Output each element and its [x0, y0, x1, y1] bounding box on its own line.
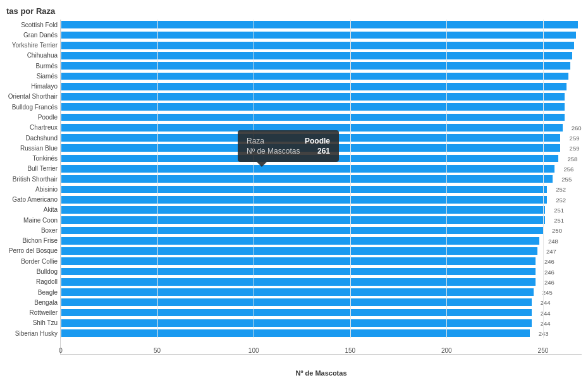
bar-label: Chihuahua — [2, 52, 58, 59]
bar-label: Maine Coon — [2, 217, 58, 224]
bar-label: Bulldog Francés — [2, 104, 58, 111]
bar-row[interactable]: Abisinio252 — [61, 184, 582, 194]
bar[interactable] — [61, 83, 567, 90]
bar-row[interactable]: Boxer250 — [61, 225, 582, 235]
bar-value-label: 251 — [554, 217, 564, 224]
bar-row[interactable]: Siamés — [61, 71, 582, 81]
bar-label: Boxer — [2, 227, 58, 234]
bar[interactable]: 244 — [61, 309, 532, 317]
bar-row[interactable]: Russian Blue259 — [61, 143, 582, 153]
bar[interactable] — [61, 32, 576, 39]
bar[interactable]: 248 — [61, 237, 539, 245]
bar-row[interactable]: Gran Danés — [61, 30, 582, 40]
bar[interactable]: 246 — [61, 257, 536, 265]
bar[interactable] — [61, 73, 568, 80]
bar-value-label: 244 — [541, 319, 551, 326]
bar[interactable]: 251 — [61, 216, 545, 224]
bar-label: Russian Blue — [2, 145, 58, 152]
bar-label: Dachshund — [2, 135, 58, 142]
bar[interactable]: 252 — [61, 196, 547, 204]
bar-row[interactable]: Border Collie246 — [61, 256, 582, 266]
x-tick: 200 — [441, 347, 452, 354]
bar[interactable]: 250 — [61, 227, 543, 235]
bar-label: Border Collie — [2, 258, 58, 265]
bar[interactable] — [61, 52, 572, 59]
bar-row[interactable]: Gato Americano252 — [61, 195, 582, 205]
bar[interactable]: 259 — [61, 144, 560, 152]
bar-row[interactable]: Bull Terrier256 — [61, 164, 582, 174]
bar-value-label: 250 — [552, 227, 562, 234]
bar-label: Himalayo — [2, 83, 58, 90]
bar-value-label: 259 — [570, 145, 580, 152]
bar-row[interactable]: Burmés — [61, 61, 582, 71]
bar-row[interactable]: Chihuahua — [61, 51, 582, 61]
bar-label: Oriental Shorthair — [2, 93, 58, 100]
gridline — [254, 20, 254, 338]
bar-value-label: 255 — [561, 176, 572, 183]
bar-row[interactable]: Maine Coon251 — [61, 215, 582, 225]
bar[interactable]: 251 — [61, 206, 545, 214]
bar[interactable]: 259 — [61, 134, 560, 142]
bar-row[interactable]: Chartreux260 — [61, 123, 582, 133]
bar-value-label: 247 — [546, 247, 556, 254]
bar-row[interactable]: Bichon Frise248 — [61, 236, 582, 246]
bar-row[interactable]: Akita251 — [61, 205, 582, 215]
bar-row[interactable]: Yorkshire Terrier — [61, 40, 582, 51]
bar-row[interactable]: Siberian Husky243 — [61, 328, 582, 338]
gridline — [350, 20, 351, 338]
bar-row[interactable]: Perro del Bosque247 — [61, 246, 582, 256]
bar-value-label: 244 — [541, 299, 551, 306]
bar-row[interactable]: Tonkinés258 — [61, 153, 582, 163]
bar-row[interactable]: Bulldog Francés — [61, 102, 582, 112]
bar-row[interactable]: Bengala244 — [61, 297, 582, 307]
bar-value-label: 251 — [554, 206, 564, 213]
bar-label: Rottweiler — [2, 309, 58, 316]
bar-label: Yorkshire Terrier — [2, 42, 58, 49]
bar[interactable]: 246 — [61, 268, 536, 276]
bar-label: Shih Tzu — [2, 319, 58, 326]
bar[interactable] — [61, 21, 578, 28]
x-tick: 50 — [154, 347, 161, 354]
gridline — [157, 20, 158, 338]
bar-row[interactable]: Rottweiler244 — [61, 307, 582, 317]
bar-label: Burmés — [2, 63, 58, 70]
bar-row[interactable]: Himalayo — [61, 82, 582, 92]
bar[interactable] — [61, 62, 570, 70]
bar[interactable]: 243 — [61, 329, 530, 337]
bar-row[interactable]: Poodle — [61, 112, 582, 122]
bar-row[interactable]: Dachshund259 — [61, 133, 582, 143]
bar-row[interactable]: British Shorthair255 — [61, 174, 582, 184]
gridline — [446, 20, 447, 338]
bar-row[interactable]: Shih Tzu244 — [61, 318, 582, 328]
bar-label: Siberian Husky — [2, 330, 58, 337]
bar[interactable] — [61, 114, 565, 121]
bar[interactable]: 256 — [61, 165, 554, 173]
bar[interactable]: 244 — [61, 319, 532, 327]
x-axis: 050100150200250 — [61, 338, 582, 354]
bar[interactable]: 244 — [61, 298, 532, 306]
bar-row[interactable]: Ragdoll246 — [61, 277, 582, 287]
bar-row[interactable]: Oriental Shorthair — [61, 92, 582, 102]
bar[interactable]: 247 — [61, 247, 537, 255]
bar-label: Perro del Bosque — [2, 247, 58, 254]
bar[interactable]: 258 — [61, 155, 558, 162]
bar-label: Bichon Frise — [2, 237, 58, 244]
x-tick: 100 — [248, 347, 259, 354]
bar[interactable]: 255 — [61, 175, 553, 183]
bar[interactable]: 260 — [61, 124, 563, 132]
bar-row[interactable]: Scottish Fold — [61, 20, 582, 30]
bar[interactable]: 252 — [61, 186, 547, 193]
bar-label: Gato Americano — [2, 196, 58, 203]
bar-label: Chartreux — [2, 124, 58, 131]
bar[interactable]: 245 — [61, 288, 534, 296]
bar[interactable] — [61, 103, 565, 111]
bar-row[interactable]: Bulldog246 — [61, 266, 582, 276]
bar-label: Akita — [2, 206, 58, 213]
bar[interactable] — [61, 93, 565, 101]
bar[interactable] — [61, 42, 574, 49]
bar[interactable]: 246 — [61, 278, 536, 286]
bar-value-label: 252 — [556, 196, 566, 203]
x-tick: 250 — [538, 347, 549, 354]
bar-label: Gran Danés — [2, 32, 58, 39]
bar-row[interactable]: Beagle245 — [61, 287, 582, 297]
